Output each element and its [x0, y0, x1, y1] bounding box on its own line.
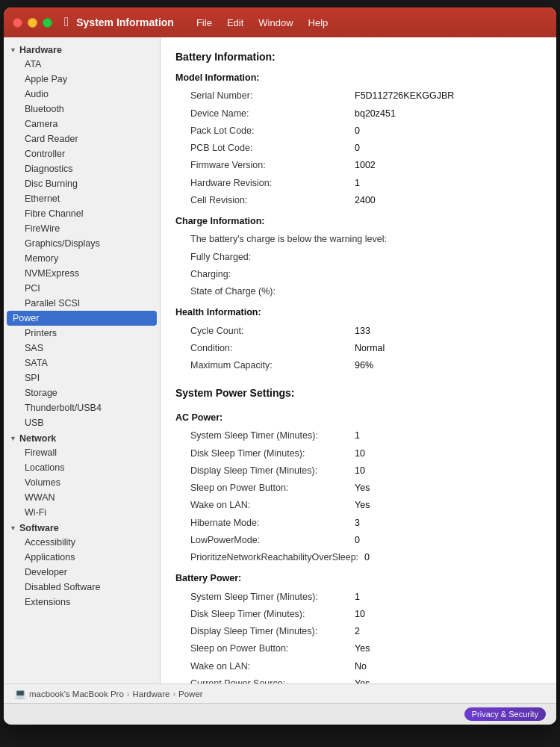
info-row-ac-sleep: System Sleep Timer (Minutes): 1 — [175, 427, 541, 444]
label-ac-prioritize: PrioritizeNetworkReachabilityOverSleep: — [190, 550, 364, 565]
app-title: System Information — [76, 16, 174, 28]
sidebar-item-ethernet[interactable]: Ethernet — [4, 191, 160, 206]
sidebar-group-hardware[interactable]: ▼ Hardware — [4, 42, 160, 57]
sidebar-item-parallel-scsi[interactable]: Parallel SCSI — [4, 296, 160, 311]
info-row-serial: Serial Number: F5D112726KEKGGJBR — [175, 87, 541, 105]
sidebar-group-network[interactable]: ▼ Network — [4, 430, 160, 445]
sidebar-item-applications[interactable]: Applications — [4, 550, 160, 565]
ac-power-section-label: AC Power: — [175, 410, 541, 426]
value-ac-sleep-btn: Yes — [355, 480, 370, 496]
info-row-ac-hibernate: Hibernate Mode: 3 — [175, 515, 541, 532]
sidebar-item-pci[interactable]: PCI — [4, 281, 160, 296]
sidebar-item-disabled-software[interactable]: Disabled Software — [4, 580, 160, 595]
close-button[interactable] — [13, 18, 22, 28]
main-window:  System Information File Edit Window He… — [4, 7, 556, 725]
sidebar-item-bluetooth[interactable]: Bluetooth — [4, 102, 160, 117]
sidebar-item-card-reader[interactable]: Card Reader — [4, 131, 160, 146]
info-row-firmware: Firmware Version: 1002 — [175, 157, 541, 174]
sidebar-item-apple-pay[interactable]: Apple Pay — [4, 72, 160, 87]
menu-window[interactable]: Window — [251, 14, 300, 31]
sidebar-item-extensions[interactable]: Extensions — [4, 595, 160, 610]
label-charging: Charging: — [190, 267, 355, 282]
privacy-security-button[interactable]: Privacy & Security — [464, 707, 546, 721]
sidebar-item-nvmexpress[interactable]: NVMExpress — [4, 266, 160, 281]
sidebar-item-disc-burning[interactable]: Disc Burning — [4, 176, 160, 191]
model-section-label: Model Information: — [175, 70, 541, 86]
sidebar-item-volumes[interactable]: Volumes — [4, 475, 160, 490]
menu-edit[interactable]: Edit — [220, 14, 251, 31]
sidebar-item-wifi[interactable]: Wi-Fi — [4, 505, 160, 520]
label-ac-disk-sleep: Disk Sleep Timer (Minutes): — [190, 446, 355, 462]
label-bat-display-sleep: Display Sleep Timer (Minutes): — [190, 624, 355, 639]
minimize-button[interactable] — [28, 18, 37, 28]
network-arrow-icon: ▼ — [10, 435, 16, 442]
sidebar-item-diagnostics[interactable]: Diagnostics — [4, 161, 160, 176]
sidebar-item-ata[interactable]: ATA — [4, 57, 160, 72]
info-row-ac-disk-sleep: Disk Sleep Timer (Minutes): 10 — [175, 445, 541, 462]
label-cycle-count: Cycle Count: — [190, 323, 355, 339]
sidebar-item-memory[interactable]: Memory — [4, 251, 160, 266]
menu-help[interactable]: Help — [301, 14, 336, 31]
sidebar-item-storage[interactable]: Storage — [4, 385, 160, 400]
charge-section-label: Charge Information: — [175, 214, 541, 229]
sidebar-item-locations[interactable]: Locations — [4, 460, 160, 475]
sidebar-group-software[interactable]: ▼ Software — [4, 520, 160, 535]
battery-info-title: Battery Information: — [175, 51, 541, 63]
sidebar-item-spi[interactable]: SPI — [4, 371, 160, 385]
info-row-bat-display-sleep: Display Sleep Timer (Minutes): 2 — [175, 623, 541, 640]
label-ac-wake-lan: Wake on LAN: — [190, 498, 355, 513]
sidebar-item-accessibility[interactable]: Accessibility — [4, 535, 160, 550]
breadcrumb-sep-2: › — [172, 689, 175, 698]
info-row-ac-sleep-btn: Sleep on Power Button: Yes — [175, 480, 541, 497]
sidebar-item-graphics[interactable]: Graphics/Displays — [4, 236, 160, 251]
label-ac-sleep-btn: Sleep on Power Button: — [190, 480, 355, 496]
label-firmware: Firmware Version: — [190, 158, 355, 173]
value-bat-wake-lan: No — [355, 659, 367, 675]
sidebar-item-sas[interactable]: SAS — [4, 341, 160, 356]
value-bat-disk-sleep: 10 — [355, 607, 365, 622]
info-row-max-capacity: Maximum Capacity: 96% — [175, 357, 541, 374]
label-device: Device Name: — [190, 106, 355, 122]
label-pack-lot: Pack Lot Code: — [190, 123, 355, 139]
menubar: System Information File Edit Window Help — [69, 14, 547, 31]
label-hw-revision: Hardware Revision: — [190, 176, 355, 191]
sidebar-item-sata[interactable]: SATA — [4, 356, 160, 371]
label-max-capacity: Maximum Capacity: — [190, 358, 355, 374]
software-arrow-icon: ▼ — [10, 524, 16, 532]
info-row-state-of-charge: State of Charge (%): — [175, 283, 541, 300]
maximize-button[interactable] — [43, 18, 52, 28]
sidebar-item-power[interactable]: Power — [7, 311, 157, 326]
breadcrumb-part-2: Hardware — [133, 689, 170, 698]
sidebar-item-firewire[interactable]: FireWire — [4, 221, 160, 236]
breadcrumb-part-1: macbook's MacBook Pro — [29, 689, 124, 698]
sidebar-item-audio[interactable]: Audio — [4, 87, 160, 102]
sidebar-item-usb[interactable]: USB — [4, 415, 160, 430]
sidebar-item-thunderbolt[interactable]: Thunderbolt/USB4 — [4, 400, 160, 415]
sidebar-item-controller[interactable]: Controller — [4, 146, 160, 161]
sidebar-item-camera[interactable]: Camera — [4, 117, 160, 131]
value-bat-current-source: Yes — [355, 676, 370, 684]
titlebar:  System Information File Edit Window He… — [4, 7, 556, 37]
menu-file[interactable]: File — [189, 14, 220, 31]
label-ac-lowpower: LowPowerMode: — [190, 533, 355, 548]
value-firmware: 1002 — [355, 158, 376, 173]
label-state-of-charge: State of Charge (%): — [190, 284, 355, 300]
sidebar-item-printers[interactable]: Printers — [4, 326, 160, 341]
sidebar-item-wwan[interactable]: WWAN — [4, 490, 160, 505]
value-max-capacity: 96% — [355, 358, 373, 374]
value-pack-lot: 0 — [355, 123, 360, 139]
value-bat-sleep: 1 — [355, 589, 360, 605]
info-row-below-warning: The battery's charge is below the warnin… — [175, 231, 541, 248]
value-ac-disk-sleep: 10 — [355, 446, 365, 462]
label-ac-hibernate: Hibernate Mode: — [190, 515, 355, 531]
info-row-bat-disk-sleep: Disk Sleep Timer (Minutes): 10 — [175, 606, 541, 623]
sidebar-item-firewall[interactable]: Firewall — [4, 445, 160, 460]
breadcrumb-sep-1: › — [127, 689, 130, 698]
info-row-bat-sleep-btn: Sleep on Power Button: Yes — [175, 640, 541, 657]
bottom-bar: Privacy & Security — [4, 703, 556, 725]
sidebar: ▼ Hardware ATA Apple Pay Audio Bluetooth… — [4, 37, 161, 684]
info-row-ac-display-sleep: Display Sleep Timer (Minutes): 10 — [175, 462, 541, 480]
sidebar-item-developer[interactable]: Developer — [4, 565, 160, 580]
sidebar-item-fibre-channel[interactable]: Fibre Channel — [4, 206, 160, 221]
content-panel: Battery Information: Model Information: … — [161, 37, 556, 684]
